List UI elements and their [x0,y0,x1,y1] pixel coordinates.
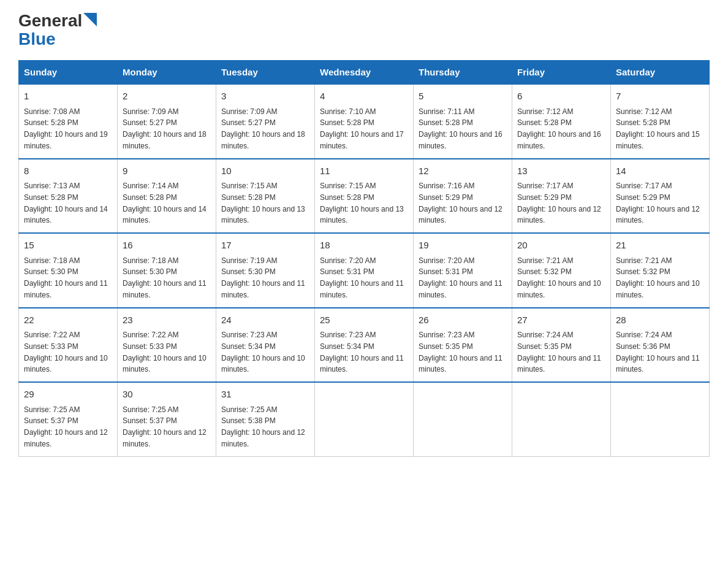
day-info: Sunrise: 7:09 AMSunset: 5:27 PMDaylight:… [123,107,207,150]
svg-marker-0 [83,13,97,26]
calendar-week-5: 29Sunrise: 7:25 AMSunset: 5:37 PMDayligh… [19,382,710,456]
calendar-cell: 26Sunrise: 7:23 AMSunset: 5:35 PMDayligh… [414,308,512,383]
calendar-table: SundayMondayTuesdayWednesdayThursdayFrid… [18,60,710,457]
day-number: 15 [24,239,112,253]
header-cell-monday: Monday [118,61,216,85]
day-number: 23 [123,313,211,327]
day-info: Sunrise: 7:15 AMSunset: 5:28 PMDaylight:… [320,182,404,224]
day-number: 9 [123,164,211,178]
day-info: Sunrise: 7:25 AMSunset: 5:37 PMDaylight:… [123,405,207,448]
header-cell-sunday: Sunday [19,61,118,85]
header-cell-wednesday: Wednesday [315,61,414,85]
day-info: Sunrise: 7:25 AMSunset: 5:37 PMDaylight:… [24,405,108,448]
day-number: 30 [123,388,211,402]
calendar-cell: 11Sunrise: 7:15 AMSunset: 5:28 PMDayligh… [315,159,414,234]
calendar-cell: 4Sunrise: 7:10 AMSunset: 5:28 PMDaylight… [315,84,414,159]
day-info: Sunrise: 7:25 AMSunset: 5:38 PMDaylight:… [221,405,305,448]
day-info: Sunrise: 7:23 AMSunset: 5:34 PMDaylight:… [221,331,305,373]
day-number: 7 [616,90,704,104]
day-info: Sunrise: 7:23 AMSunset: 5:34 PMDaylight:… [320,331,404,373]
calendar-cell: 30Sunrise: 7:25 AMSunset: 5:37 PMDayligh… [118,382,216,456]
calendar-cell: 20Sunrise: 7:21 AMSunset: 5:32 PMDayligh… [512,233,611,308]
calendar-week-4: 22Sunrise: 7:22 AMSunset: 5:33 PMDayligh… [19,308,710,383]
day-number: 26 [419,313,507,327]
calendar-cell: 17Sunrise: 7:19 AMSunset: 5:30 PMDayligh… [216,233,315,308]
calendar-cell: 2Sunrise: 7:09 AMSunset: 5:27 PMDaylight… [118,84,216,159]
day-number: 11 [320,164,408,178]
day-info: Sunrise: 7:17 AMSunset: 5:29 PMDaylight:… [616,182,700,224]
logo-blue: Blue [18,29,56,48]
day-number: 27 [517,313,605,327]
day-number: 16 [123,239,211,253]
calendar-header: SundayMondayTuesdayWednesdayThursdayFrid… [19,61,710,85]
day-info: Sunrise: 7:24 AMSunset: 5:35 PMDaylight:… [517,331,601,373]
day-info: Sunrise: 7:20 AMSunset: 5:31 PMDaylight:… [320,256,404,299]
day-info: Sunrise: 7:12 AMSunset: 5:28 PMDaylight:… [616,107,700,150]
day-info: Sunrise: 7:22 AMSunset: 5:33 PMDaylight:… [123,331,207,373]
day-number: 31 [221,388,309,402]
calendar-cell: 16Sunrise: 7:18 AMSunset: 5:30 PMDayligh… [118,233,216,308]
day-number: 14 [616,164,704,178]
calendar-cell: 22Sunrise: 7:22 AMSunset: 5:33 PMDayligh… [19,308,118,383]
calendar-cell: 9Sunrise: 7:14 AMSunset: 5:28 PMDaylight… [118,159,216,234]
calendar-cell: 5Sunrise: 7:11 AMSunset: 5:28 PMDaylight… [414,84,512,159]
calendar-cell: 19Sunrise: 7:20 AMSunset: 5:31 PMDayligh… [414,233,512,308]
logo-general: General [18,12,82,29]
day-info: Sunrise: 7:19 AMSunset: 5:30 PMDaylight:… [221,256,305,299]
day-info: Sunrise: 7:18 AMSunset: 5:30 PMDaylight:… [123,256,207,299]
day-number: 22 [24,313,112,327]
day-info: Sunrise: 7:09 AMSunset: 5:27 PMDaylight:… [221,107,305,150]
day-number: 10 [221,164,309,178]
calendar-week-3: 15Sunrise: 7:18 AMSunset: 5:30 PMDayligh… [19,233,710,308]
day-info: Sunrise: 7:22 AMSunset: 5:33 PMDaylight:… [24,331,108,373]
calendar-cell [414,382,512,456]
day-number: 12 [419,164,507,178]
day-info: Sunrise: 7:11 AMSunset: 5:28 PMDaylight:… [419,107,502,150]
day-info: Sunrise: 7:08 AMSunset: 5:28 PMDaylight:… [24,107,108,150]
header-row: SundayMondayTuesdayWednesdayThursdayFrid… [19,61,710,85]
day-number: 20 [517,239,605,253]
day-info: Sunrise: 7:13 AMSunset: 5:28 PMDaylight:… [24,182,108,224]
header-cell-friday: Friday [512,61,611,85]
day-number: 18 [320,239,408,253]
day-info: Sunrise: 7:24 AMSunset: 5:36 PMDaylight:… [616,331,700,373]
day-number: 21 [616,239,704,253]
calendar-week-2: 8Sunrise: 7:13 AMSunset: 5:28 PMDaylight… [19,159,710,234]
calendar-cell: 14Sunrise: 7:17 AMSunset: 5:29 PMDayligh… [611,159,710,234]
day-number: 6 [517,90,605,104]
header-cell-tuesday: Tuesday [216,61,315,85]
day-number: 19 [419,239,507,253]
day-number: 3 [221,90,309,104]
calendar-cell: 7Sunrise: 7:12 AMSunset: 5:28 PMDaylight… [611,84,710,159]
calendar-cell: 25Sunrise: 7:23 AMSunset: 5:34 PMDayligh… [315,308,414,383]
calendar-cell: 12Sunrise: 7:16 AMSunset: 5:29 PMDayligh… [414,159,512,234]
day-number: 29 [24,388,112,402]
calendar-cell: 3Sunrise: 7:09 AMSunset: 5:27 PMDaylight… [216,84,315,159]
day-info: Sunrise: 7:12 AMSunset: 5:28 PMDaylight:… [517,107,601,150]
calendar-cell: 31Sunrise: 7:25 AMSunset: 5:38 PMDayligh… [216,382,315,456]
header-cell-thursday: Thursday [414,61,512,85]
calendar-cell: 13Sunrise: 7:17 AMSunset: 5:29 PMDayligh… [512,159,611,234]
day-number: 28 [616,313,704,327]
logo: General Blue [18,12,97,49]
calendar-cell: 1Sunrise: 7:08 AMSunset: 5:28 PMDaylight… [19,84,118,159]
day-info: Sunrise: 7:21 AMSunset: 5:32 PMDaylight:… [517,256,601,299]
calendar-cell [512,382,611,456]
calendar-cell: 18Sunrise: 7:20 AMSunset: 5:31 PMDayligh… [315,233,414,308]
day-info: Sunrise: 7:23 AMSunset: 5:35 PMDaylight:… [419,331,502,373]
day-number: 13 [517,164,605,178]
day-number: 1 [24,90,112,104]
day-number: 25 [320,313,408,327]
day-number: 2 [123,90,211,104]
calendar-cell: 23Sunrise: 7:22 AMSunset: 5:33 PMDayligh… [118,308,216,383]
day-number: 8 [24,164,112,178]
calendar-cell: 15Sunrise: 7:18 AMSunset: 5:30 PMDayligh… [19,233,118,308]
calendar-cell: 27Sunrise: 7:24 AMSunset: 5:35 PMDayligh… [512,308,611,383]
day-info: Sunrise: 7:17 AMSunset: 5:29 PMDaylight:… [517,182,601,224]
calendar-cell: 6Sunrise: 7:12 AMSunset: 5:28 PMDaylight… [512,84,611,159]
calendar-body: 1Sunrise: 7:08 AMSunset: 5:28 PMDaylight… [19,84,710,456]
day-info: Sunrise: 7:14 AMSunset: 5:28 PMDaylight:… [123,182,207,224]
calendar-week-1: 1Sunrise: 7:08 AMSunset: 5:28 PMDaylight… [19,84,710,159]
day-info: Sunrise: 7:20 AMSunset: 5:31 PMDaylight:… [419,256,502,299]
calendar-cell: 10Sunrise: 7:15 AMSunset: 5:28 PMDayligh… [216,159,315,234]
